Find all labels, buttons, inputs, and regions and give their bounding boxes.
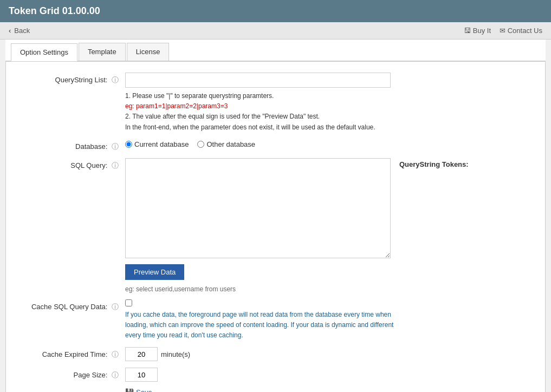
app-title: Token Grid 01.00.00 [9,5,100,16]
querystring-list-label: QueryString List: ⓘ [17,73,125,85]
tab-option-settings[interactable]: Option Settings [11,43,77,61]
cache-field: If you cache data, the foreground page w… [125,299,534,341]
page-size-info-icon[interactable]: ⓘ [112,371,119,379]
help-line1: 1. Please use "|" to separate querystrin… [125,91,534,101]
help-line2: 2. The value after the equal sign is use… [125,112,534,122]
sql-query-row: SQL Query: ⓘ Preview Data eg: select use… [17,158,534,293]
save-icon: 💾 [125,388,134,392]
cache-expired-info-icon[interactable]: ⓘ [112,350,119,358]
toolbar: ‹ Back 🖫 Buy It ✉ Contact Us [0,22,551,40]
cache-checkbox-row [125,299,534,306]
database-row: Database: ⓘ Current database Other datab… [17,139,534,152]
cache-expired-label: Cache Expired Time: ⓘ [17,347,125,360]
sql-textarea-wrapper: Preview Data eg: select userid,username … [125,158,391,293]
cache-expired-row: Cache Expired Time: ⓘ minute(s) [17,347,534,361]
help-line3: In the front-end, when the parameter doe… [125,122,534,133]
cache-checkbox[interactable] [125,299,132,306]
toolbar-right: 🖫 Buy It ✉ Contact Us [464,27,542,35]
cache-expired-field: minute(s) [125,347,534,361]
main-content: QueryString List: ⓘ 1. Please use "|" to… [5,61,546,392]
querystring-list-field: 1. Please use "|" to separate querystrin… [125,73,534,133]
cache-help-text: If you cache data, the foreground page w… [125,310,396,341]
radio-other-db[interactable]: Other database [197,140,255,148]
radio-current-db-input[interactable] [125,141,132,148]
cache-expired-unit: minute(s) [161,350,190,358]
buy-it-link[interactable]: 🖫 Buy It [464,27,491,35]
database-radio-group: Current database Other database [125,139,534,148]
save-field: 💾 Save [125,388,534,392]
cache-expired-input[interactable] [125,347,158,361]
tab-license[interactable]: License [127,43,170,61]
save-row: 💾 Save [17,388,534,392]
help-example: eg: param1=1|param2=2|param3=3 [125,101,534,112]
cache-label: Cache SQL Query Data: ⓘ [17,299,125,312]
radio-current-db[interactable]: Current database [125,140,189,148]
toolbar-left: ‹ Back [9,27,30,35]
page-size-input[interactable] [125,368,158,382]
sql-example: eg: select userid,username from users [125,285,391,293]
database-label: Database: ⓘ [17,139,125,152]
sql-query-label: SQL Query: ⓘ [17,158,125,171]
cache-info-icon[interactable]: ⓘ [112,303,119,311]
sql-query-textarea[interactable] [125,158,391,258]
qs-tokens-section: QueryString Tokens: [399,158,469,293]
tab-template[interactable]: Template [79,43,126,61]
cache-row: Cache SQL Query Data: ⓘ If you cache dat… [17,299,534,341]
database-info-icon[interactable]: ⓘ [112,142,119,151]
sql-query-info-icon[interactable]: ⓘ [112,161,119,169]
sql-wrapper: Preview Data eg: select userid,username … [125,158,534,293]
querystring-list-row: QueryString List: ⓘ 1. Please use "|" to… [17,73,534,133]
page-size-field [125,368,534,382]
contact-us-link[interactable]: ✉ Contact Us [500,27,542,35]
page-size-label: Page Size: ⓘ [17,368,125,380]
back-icon: ‹ [9,27,11,35]
querystring-info-icon[interactable]: ⓘ [112,76,119,84]
preview-data-button[interactable]: Preview Data [125,264,184,280]
page-size-row: Page Size: ⓘ [17,368,534,382]
tabs-bar: Option Settings Template License [5,40,546,61]
sql-query-field: Preview Data eg: select userid,username … [125,158,534,293]
radio-other-db-input[interactable] [197,141,204,148]
save-label-spacer [17,388,125,391]
save-button[interactable]: 💾 Save [125,388,152,392]
app-header: Token Grid 01.00.00 [0,0,551,22]
back-link[interactable]: Back [14,27,30,35]
database-field: Current database Other database [125,139,534,148]
qs-tokens-label: QueryString Tokens: [399,158,469,168]
querystring-list-input[interactable] [125,73,391,88]
querystring-help: 1. Please use "|" to separate querystrin… [125,91,534,133]
